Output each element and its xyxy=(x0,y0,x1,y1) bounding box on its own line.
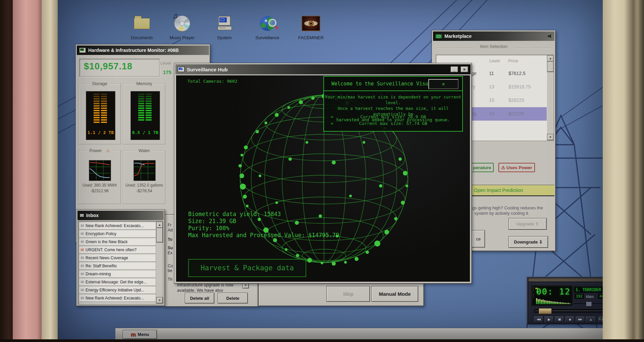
inbox-message-row[interactable]: ✉ Dream-mining xyxy=(79,270,156,278)
desktop-icon-system[interactable]: System xyxy=(209,14,240,40)
camera-dot[interactable] xyxy=(275,113,279,117)
spectrum-analyzer[interactable] xyxy=(536,298,571,304)
skip-button[interactable]: Skip xyxy=(326,286,370,302)
camera-dot[interactable] xyxy=(349,195,352,197)
surveillance-titlebar[interactable]: Surveillance Hub _ ✕ xyxy=(175,64,471,74)
marketplace-titlebar[interactable]: Marketplace xyxy=(433,31,554,41)
camera-dot[interactable] xyxy=(246,205,249,207)
inbox-message-row[interactable]: ✉ Re: Staff Benefits xyxy=(79,262,156,270)
inbox-message-row[interactable]: ✉ Green is the New Black xyxy=(79,238,156,246)
camera-dot[interactable] xyxy=(299,100,303,104)
scroll-down-button[interactable]: ▼ xyxy=(156,297,163,303)
dialog-close-button[interactable]: ✕ xyxy=(428,79,459,89)
camera-dot[interactable] xyxy=(403,171,408,176)
camera-dot[interactable] xyxy=(363,141,365,144)
inbox-message-row[interactable]: ✉ New Rank Achieved: Excavato... xyxy=(79,222,156,229)
desktop-icon-faceminer[interactable]: FACEMINER xyxy=(296,14,326,40)
desktop-icon-documents[interactable]: Documents xyxy=(126,14,157,40)
camera-dot[interactable] xyxy=(394,217,397,220)
speaker-icon[interactable] xyxy=(548,34,552,38)
next-button[interactable]: ▶▶ xyxy=(575,316,585,323)
play-button[interactable]: ▶ xyxy=(544,316,554,323)
inbox-message-row[interactable]: ✉ New Rank Achieved: Excavato... xyxy=(79,294,156,302)
desktop-icon-music-player[interactable]: ♫ Music Player xyxy=(167,14,198,40)
upgrade-button[interactable]: Upgrade ⇧ xyxy=(508,218,547,230)
camera-dot[interactable] xyxy=(321,262,323,264)
clutterbar-letter[interactable]: D xyxy=(533,294,534,296)
camera-dot[interactable] xyxy=(275,201,278,204)
stop-button[interactable]: ■ xyxy=(565,316,575,323)
camera-dot[interactable] xyxy=(379,184,382,188)
clutterbar-letter[interactable]: A xyxy=(533,289,534,291)
volume-slider[interactable] xyxy=(574,303,603,305)
pause-button[interactable]: ▮▮ xyxy=(554,316,564,323)
camera-dot[interactable] xyxy=(259,175,261,177)
camera-dot[interactable] xyxy=(238,164,242,167)
inbox-message-row[interactable]: ✉ Recent News Coverage xyxy=(79,254,156,262)
shuffle-button[interactable]: ⚑SHUFFLE xyxy=(598,316,603,323)
camera-dot[interactable] xyxy=(239,174,244,178)
delete-all-button[interactable]: Delete all xyxy=(185,293,214,303)
camera-dot[interactable] xyxy=(256,130,259,133)
marketplace-scrollbar[interactable]: ▲ ▼ xyxy=(547,55,553,140)
inbox-scrollbar[interactable]: ▲ ▼ xyxy=(156,222,162,303)
inbox-message-row[interactable]: ✉ External Message: Get the edge... xyxy=(79,278,156,286)
camera-dot[interactable] xyxy=(355,257,359,261)
camera-dot[interactable] xyxy=(287,106,290,109)
camera-dot[interactable] xyxy=(406,185,408,187)
camera-dot[interactable] xyxy=(296,254,299,257)
clutterbar-letter[interactable]: I xyxy=(533,291,534,293)
seek-bar[interactable] xyxy=(534,309,603,313)
seek-handle[interactable] xyxy=(539,308,552,314)
scroll-up-button[interactable]: ▲ xyxy=(547,55,554,62)
dialog-body-line: Your min/max harvest size is dependent o… xyxy=(324,94,462,106)
inbox-message-row[interactable]: ✉ URGENT: High Electricity Usage xyxy=(79,302,156,303)
clutterbar-letter[interactable]: V xyxy=(533,296,534,298)
harvest-package-button[interactable]: Harvest & Package data xyxy=(188,259,306,277)
previous-button[interactable]: ◀◀ xyxy=(534,316,543,323)
track-time[interactable]: 00: 12 xyxy=(536,287,571,296)
eject-button[interactable]: ▲ xyxy=(585,316,596,323)
inbox-message-row[interactable]: ✉ Energy Efficiency Initiative Upd... xyxy=(79,286,156,294)
camera-dot[interactable] xyxy=(332,160,336,164)
camera-dot[interactable] xyxy=(306,141,308,144)
camera-dot[interactable] xyxy=(398,157,402,161)
camera-dot[interactable] xyxy=(344,261,347,264)
inbox-message-row[interactable]: ✉ Encryption Policy xyxy=(79,230,156,237)
item-name: ge xyxy=(471,71,477,76)
camera-dot[interactable] xyxy=(244,145,248,149)
camera-dot[interactable] xyxy=(243,195,247,199)
camera-dot[interactable] xyxy=(384,230,389,234)
minimize-button[interactable]: _ xyxy=(450,66,458,72)
scrollbar-thumb[interactable] xyxy=(156,228,163,243)
inbox-titlebar[interactable]: ✉ Inbox xyxy=(77,211,164,220)
camera-dot[interactable] xyxy=(307,258,312,263)
clutterbar-letter[interactable]: O xyxy=(533,287,534,289)
camera-dot[interactable] xyxy=(311,96,315,100)
camera-dot[interactable] xyxy=(240,184,246,190)
delete-button[interactable]: Delete xyxy=(218,293,248,303)
scroll-down-button[interactable]: ▼ xyxy=(547,134,554,140)
inbox-message-row[interactable]: ✉ URGENT: Come here often? xyxy=(79,246,156,254)
camera-dot[interactable] xyxy=(401,201,405,205)
downgrade-button[interactable]: Downgrade ⇩ xyxy=(508,236,548,248)
level-value: 175 xyxy=(163,69,171,75)
menu-button[interactable]: m Menu xyxy=(123,330,157,339)
manual-mode-button[interactable]: Manual Mode xyxy=(371,286,418,302)
camera-dot[interactable] xyxy=(366,251,369,254)
purchase-button-fragment[interactable]: ce xyxy=(472,230,485,248)
camera-dot[interactable] xyxy=(374,241,380,247)
player-titlebar[interactable]: ▪ ▪ ✕ xyxy=(529,278,603,282)
scroll-up-button[interactable]: ▲ xyxy=(156,222,163,228)
open-impact-prediction-button[interactable]: Open Impact Prediction xyxy=(472,185,554,196)
camera-dot[interactable] xyxy=(288,157,292,161)
camera-dot[interactable] xyxy=(285,248,287,251)
track-title[interactable]: 1. TEKRIDER - WORKLIFE <3:48> xyxy=(574,286,603,293)
desktop-icon-surveillance[interactable]: Surveillance xyxy=(252,14,283,40)
camera-dot[interactable] xyxy=(240,154,243,156)
hardware-titlebar[interactable]: Hardware & Infrastructure Monitor: #06B xyxy=(77,46,209,55)
close-button[interactable]: ✕ xyxy=(461,66,468,72)
camera-dot[interactable] xyxy=(332,262,336,266)
camera-dot[interactable] xyxy=(265,122,267,124)
scrollbar-thumb[interactable] xyxy=(547,61,554,72)
